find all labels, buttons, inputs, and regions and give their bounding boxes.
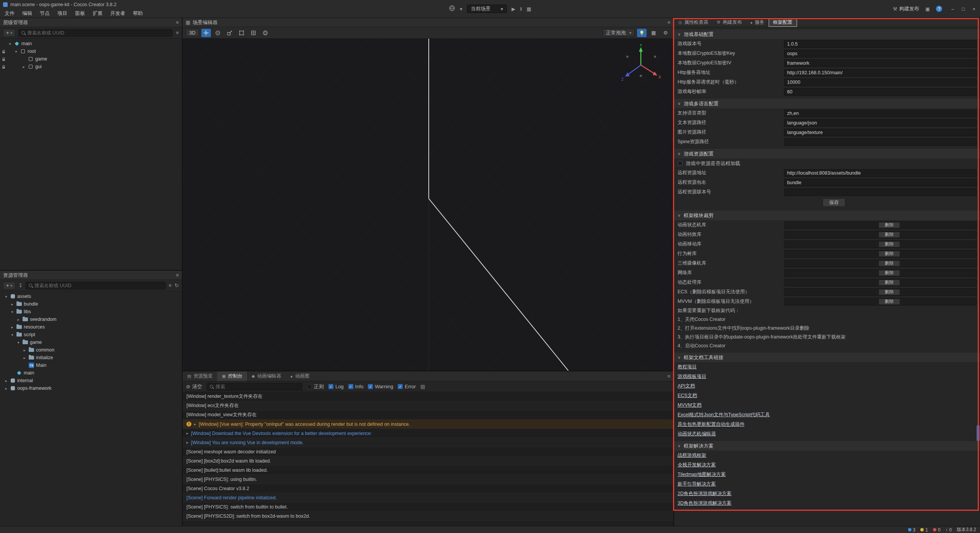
filter-regex[interactable]: 正则: [307, 383, 324, 390]
tab-asset-preview[interactable]: ▤ 资源预览: [183, 371, 217, 381]
menu-panel[interactable]: 面板: [71, 10, 89, 17]
expand-arrow-icon[interactable]: ▾: [16, 340, 21, 345]
doc-link[interactable]: 原生包热更新配置自动生成插件: [678, 421, 745, 428]
sort-icon[interactable]: ≡: [169, 283, 172, 288]
axis-gizmo[interactable]: Y X Z: [621, 44, 663, 86]
log-row[interactable]: [Window] model_view文件夹存在: [183, 410, 673, 420]
asset-node-common[interactable]: ▸ common: [0, 346, 182, 354]
mode-3d-toggle[interactable]: 3D: [186, 29, 199, 37]
fps-input[interactable]: [784, 88, 977, 96]
section-resource-config[interactable]: ∨ 游戏资源配置: [674, 149, 980, 159]
minimize-button[interactable]: –: [951, 6, 954, 12]
delete-button[interactable]: 删除: [879, 241, 900, 247]
panel-menu-icon[interactable]: ≡: [176, 272, 179, 278]
log-row[interactable]: [Window] ecs文件夹存在: [183, 401, 673, 410]
asset-node-script[interactable]: ▾ script: [0, 331, 182, 338]
scene-light-icon[interactable]: [637, 29, 647, 37]
lock-icon[interactable]: [2, 49, 5, 55]
hierarchy-search-input[interactable]: [27, 30, 170, 36]
menu-project[interactable]: 项目: [54, 10, 71, 17]
menu-extension[interactable]: 扩展: [89, 10, 106, 17]
create-node-button[interactable]: + ▾: [3, 29, 15, 37]
expand-arrow-icon[interactable]: ▸: [10, 325, 15, 329]
delete-button[interactable]: 删除: [879, 280, 900, 286]
console-search-input[interactable]: [216, 384, 299, 389]
section-module-trim[interactable]: ∨ 框架模块裁剪: [674, 211, 980, 220]
log-row[interactable]: [Scene] [PHYSICS]: switch from builtin t…: [183, 502, 673, 512]
refresh-icon[interactable]: ↻: [175, 283, 179, 288]
rect-tool-icon[interactable]: [237, 29, 247, 37]
tab-service[interactable]: ♦ 服务: [746, 18, 769, 27]
asset-node-oops-framework[interactable]: ▸ oops-framework: [0, 384, 182, 392]
expand-arrow-icon[interactable]: ▾: [8, 42, 12, 46]
log-row-info[interactable]: [Scene] Forward render pipeline initiali…: [183, 493, 673, 502]
expand-arrow-icon[interactable]: ▾: [14, 49, 18, 54]
pause-button[interactable]: ‖: [520, 6, 522, 12]
image-res-path-input[interactable]: [784, 129, 977, 136]
panel-menu-icon[interactable]: ≡: [667, 20, 670, 25]
scene-select-dropdown[interactable]: 当前场景 ▾: [467, 5, 507, 13]
assets-search[interactable]: [26, 282, 165, 289]
tab-animation-editor[interactable]: ◆ 动画编辑器: [247, 371, 286, 381]
import-icon[interactable]: ↧: [18, 283, 23, 288]
hierarchy-node-root[interactable]: ▾ root: [0, 47, 182, 55]
log-row[interactable]: [Scene] meshopt wasm decoder initialized: [183, 447, 673, 456]
clear-console-button[interactable]: ⊘ 清空: [186, 383, 202, 390]
status-warning-count[interactable]: 1: [920, 527, 928, 533]
log-row[interactable]: [Scene] [box2d]:box2d wasm lib loaded.: [183, 456, 673, 466]
hierarchy-node-game[interactable]: game: [0, 55, 182, 63]
move-tool-icon[interactable]: [201, 29, 211, 37]
remote-load-checkbox[interactable]: [678, 161, 683, 166]
scene-grid-icon[interactable]: ▦: [649, 29, 658, 37]
section-basic-config[interactable]: ∨ 游戏基础配置: [674, 29, 980, 39]
filter-log[interactable]: ✓ Log: [328, 384, 344, 389]
doc-link[interactable]: ECS文档: [678, 392, 697, 399]
panel-menu-icon[interactable]: ≡: [667, 373, 673, 379]
menu-developer[interactable]: 开发者: [106, 10, 129, 17]
spine-res-path-input[interactable]: [784, 138, 977, 146]
hierarchy-node-gui[interactable]: ▸ gui: [0, 63, 182, 70]
expand-arrow-icon[interactable]: ▾: [10, 310, 15, 314]
filter-error[interactable]: ✓ Error: [398, 384, 416, 389]
asset-node-internal[interactable]: ▸ internal: [0, 377, 182, 384]
menu-node[interactable]: 节点: [36, 10, 54, 17]
step-button[interactable]: ▦: [527, 6, 531, 12]
expand-arrow-icon[interactable]: ▸: [22, 356, 27, 360]
view-mode-dropdown[interactable]: 正常泡泡 ▾: [603, 29, 635, 37]
menu-help[interactable]: 帮助: [129, 10, 147, 17]
doc-link[interactable]: Excel格式转Json文件与TypeScript代码工具: [678, 412, 770, 418]
transform-tool-icon[interactable]: [249, 29, 258, 37]
tab-animation-graph[interactable]: ● 动画图: [286, 371, 314, 381]
expand-arrow-icon[interactable]: ▸: [194, 422, 196, 426]
scene-viewport[interactable]: Y X Z: [183, 39, 673, 371]
http-server-input[interactable]: [784, 69, 977, 77]
solution-link[interactable]: 2D角色扮演游戏解决方案: [678, 490, 732, 497]
solution-link[interactable]: 3D角色扮演游戏解决方案: [678, 500, 732, 507]
expand-arrow-icon[interactable]: ▸: [4, 379, 8, 383]
expand-arrow-icon[interactable]: ▸: [16, 317, 21, 322]
doc-link[interactable]: 教程项目: [678, 364, 697, 370]
status-upload-count[interactable]: ↑ 0: [946, 527, 952, 533]
tab-property-inspector[interactable]: ◎ 属性检查器: [674, 18, 712, 27]
maximize-button[interactable]: □: [962, 6, 965, 12]
asset-node-Main[interactable]: TS Main: [0, 361, 182, 369]
close-button[interactable]: ×: [972, 6, 975, 12]
solution-link[interactable]: 全栈开发解决方案: [678, 462, 716, 468]
filter-icon[interactable]: ≡: [176, 30, 179, 36]
log-row[interactable]: [Scene] [PHYSICS2D]: switch from box2d-w…: [183, 512, 673, 521]
log-row[interactable]: [Window] render_texture文件夹存在: [183, 392, 673, 401]
expand-arrow-icon[interactable]: ▸: [21, 65, 26, 69]
lock-icon[interactable]: [2, 57, 5, 62]
menu-edit[interactable]: 编辑: [18, 10, 36, 17]
solution-link[interactable]: 战棋游戏框架: [678, 452, 706, 459]
log-row[interactable]: [Scene] [PHYSICS]: using builtin.: [183, 475, 673, 484]
asset-node-seedrandom[interactable]: ▸ seedrandom: [0, 316, 182, 323]
hierarchy-search[interactable]: [18, 29, 173, 37]
asset-node-libs[interactable]: ▾ libs: [0, 308, 182, 316]
remote-version-input[interactable]: [784, 188, 977, 196]
log-row-info[interactable]: ▸ [Window] Download the Vue Devtools ext…: [183, 429, 673, 438]
menu-file[interactable]: 文件: [1, 10, 18, 17]
save-button[interactable]: 保存: [823, 198, 845, 207]
asset-node-game[interactable]: ▾ game: [0, 338, 182, 346]
remote-url-input[interactable]: [784, 169, 977, 177]
